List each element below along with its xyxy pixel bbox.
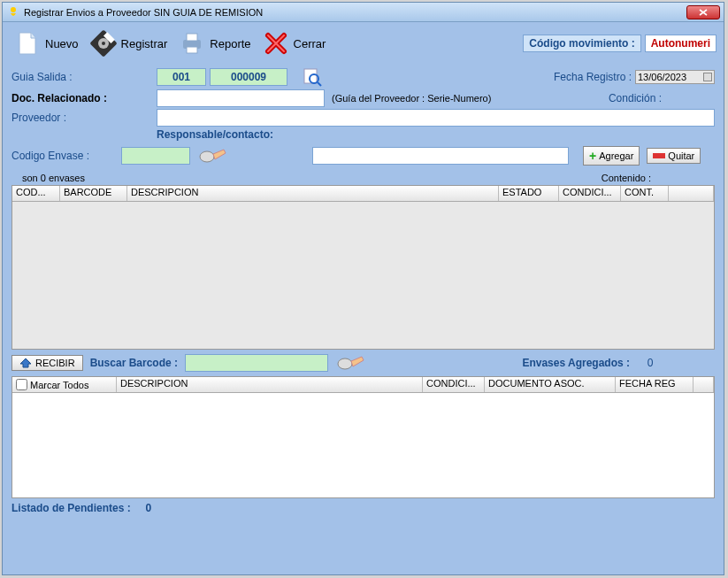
minus-icon (653, 153, 665, 158)
search-guia-button[interactable] (302, 66, 323, 88)
marcar-todos-checkbox[interactable] (16, 379, 27, 390)
fecha-field[interactable]: 13/06/2023 (635, 70, 715, 84)
toolbar: Nuevo Registrar Reporte Cerrar Código mo… (3, 22, 724, 63)
form-area: Guia Salida : 001 000009 Fecha Registro … (3, 63, 724, 169)
envases-grid-header: COD... BARCODE DESCRIPCION ESTADO CONDIC… (12, 186, 714, 202)
recibir-label: RECIBIR (35, 358, 75, 368)
agregar-button[interactable]: + Agregar (583, 146, 640, 166)
envase-count: son 0 envases (22, 173, 85, 183)
col2-doc[interactable]: DOCUMENTO ASOC. (485, 377, 616, 392)
date-dropdown-icon (703, 73, 712, 81)
footer-row: Listado de Pendientes : 0 (3, 498, 724, 518)
codigo-envase-label: Codigo Envase : (11, 150, 118, 162)
agregar-label: Agregar (599, 150, 633, 161)
nuevo-button[interactable]: Nuevo (10, 27, 82, 59)
buscar-barcode-label: Buscar Barcode : (90, 357, 178, 369)
col-spacer (669, 186, 714, 201)
titlebar: Registrar Envios a Proveedor SIN GUIA DE… (3, 3, 724, 22)
col-descripcion[interactable]: DESCRIPCION (127, 186, 499, 201)
col2-cond[interactable]: CONDICI... (423, 377, 485, 392)
svg-point-11 (200, 151, 214, 162)
quitar-label: Quitar (668, 150, 694, 161)
col-condicion[interactable]: CONDICI... (559, 186, 621, 201)
close-button[interactable] (686, 5, 720, 19)
doc-rel-hint: (Guía del Proveedor : Serie-Numero) (332, 93, 491, 104)
marcar-todos-header[interactable]: Marcar Todos (12, 377, 117, 392)
fecha-label: Fecha Registro : (554, 71, 632, 83)
registrar-button[interactable]: Registrar (86, 27, 172, 59)
col-barcode[interactable]: BARCODE (60, 186, 127, 201)
save-icon (89, 29, 118, 58)
agregados-label: Envases Agregados : (522, 357, 630, 369)
responsable-label: Responsable/contacto: (157, 128, 273, 141)
col2-desc[interactable]: DESCRIPCION (117, 377, 423, 392)
fecha-value: 13/06/2023 (638, 72, 701, 82)
cerrar-label: Cerrar (294, 37, 326, 50)
numero-field[interactable]: 000009 (210, 68, 287, 86)
marcar-todos-label: Marcar Todos (30, 380, 88, 390)
col2-spacer (694, 377, 714, 392)
proveedor-input[interactable] (157, 109, 715, 127)
up-arrow-icon (19, 358, 32, 368)
svg-rect-7 (187, 47, 197, 53)
svg-line-10 (318, 82, 321, 86)
reporte-button[interactable]: Reporte (174, 27, 254, 59)
col-cont[interactable]: CONT. (621, 186, 669, 201)
autonum-field: Autonumeri (645, 35, 717, 52)
codmov-label: Código movimiento : (523, 35, 640, 52)
recibir-button[interactable]: RECIBIR (11, 355, 83, 371)
agregados-grid-header: Marcar Todos DESCRIPCION CONDICI... DOCU… (12, 377, 714, 393)
svg-point-12 (338, 358, 352, 369)
barcode-scanner-icon-2 (335, 353, 365, 373)
svg-rect-6 (187, 34, 197, 41)
col2-fecha[interactable]: FECHA REG (616, 377, 694, 392)
pendientes-value: 0 (145, 502, 151, 514)
condicion-label: Condición : (609, 92, 662, 104)
close-icon (262, 29, 290, 58)
quitar-button[interactable]: Quitar (647, 148, 701, 164)
cerrar-button[interactable]: Cerrar (258, 27, 330, 59)
registrar-label: Registrar (121, 37, 168, 50)
envases-grid[interactable]: COD... BARCODE DESCRIPCION ESTADO CONDIC… (11, 185, 715, 350)
plus-icon: + (589, 149, 596, 163)
col-estado[interactable]: ESTADO (499, 186, 559, 201)
svg-point-0 (11, 7, 16, 12)
envase-desc-input[interactable] (312, 147, 569, 165)
app-icon (6, 5, 20, 19)
col-cod[interactable]: COD... (12, 186, 60, 201)
agregados-grid[interactable]: Marcar Todos DESCRIPCION CONDICI... DOCU… (11, 376, 715, 498)
serie-field[interactable]: 001 (157, 68, 206, 86)
barcode-scanner-icon (197, 146, 227, 166)
svg-point-3 (102, 42, 105, 45)
count-row: son 0 envases Contenido : (3, 169, 724, 185)
agregados-value: 0 (637, 357, 663, 369)
reporte-label: Reporte (210, 37, 250, 50)
buscar-barcode-input[interactable] (185, 354, 328, 372)
proveedor-label: Proveedor : (11, 112, 153, 124)
print-icon (178, 29, 206, 58)
contenido-label: Contenido : (602, 173, 651, 183)
doc-rel-label: Doc. Relacionado : (11, 92, 153, 104)
new-icon (13, 29, 42, 58)
pendientes-label: Listado de Pendientes : (11, 502, 131, 514)
receive-row: RECIBIR Buscar Barcode : Envases Agregad… (3, 350, 724, 376)
main-window: Registrar Envios a Proveedor SIN GUIA DE… (2, 2, 724, 575)
nuevo-label: Nuevo (45, 37, 79, 50)
doc-rel-input[interactable] (157, 89, 325, 107)
guia-salida-label: Guia Salida : (11, 71, 153, 83)
window-title: Registrar Envios a Proveedor SIN GUIA DE… (24, 7, 686, 18)
codigo-envase-input[interactable] (121, 147, 190, 165)
